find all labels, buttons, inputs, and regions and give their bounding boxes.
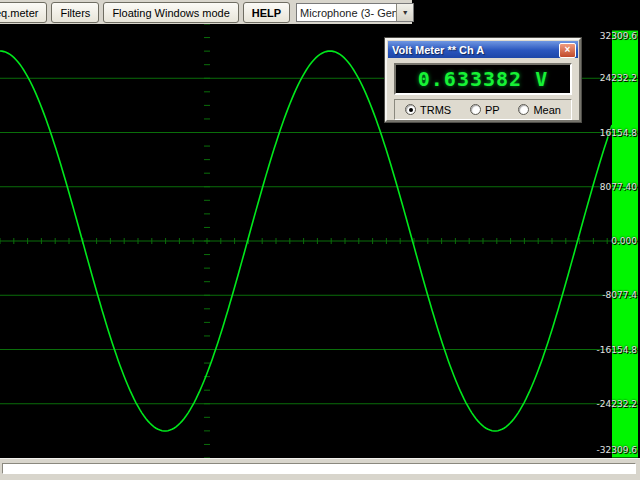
input-device-dropdown[interactable]: Microphone (3- Gen ▼ [296, 3, 414, 22]
volt-meter-mode-group: TRMS PP Mean [394, 99, 572, 120]
floating-windows-mode-button[interactable]: Floating Windows mode [103, 2, 238, 23]
close-icon[interactable]: × [559, 43, 576, 58]
level-meter-bar [612, 30, 638, 458]
status-strip [0, 458, 640, 480]
help-button[interactable]: HELP [243, 2, 290, 23]
status-strip-panel [2, 463, 636, 474]
toolbar: eq.meter Filters Floating Windows mode H… [0, 0, 412, 26]
freq-meter-button[interactable]: eq.meter [0, 2, 47, 23]
level-bar-tick [612, 241, 638, 242]
app-window: eq.meter Filters Floating Windows mode H… [0, 0, 640, 480]
level-bar-tick [612, 295, 638, 296]
volt-meter-display: 0.633382 V [394, 63, 572, 95]
radio-pp-label: PP [485, 104, 500, 116]
volt-meter-titlebar[interactable]: Volt Meter ** Ch A × [388, 41, 578, 58]
level-bar-tick [612, 404, 638, 405]
radio-trms[interactable]: TRMS [405, 104, 451, 116]
radio-trms-label: TRMS [420, 104, 451, 116]
radio-circle-icon [518, 104, 529, 115]
radio-pp[interactable]: PP [470, 104, 500, 116]
input-device-value: Microphone (3- Gen [297, 7, 396, 19]
volt-meter-title: Volt Meter ** Ch A [388, 44, 484, 56]
level-bar-tick [612, 78, 638, 79]
radio-circle-icon [405, 104, 416, 115]
radio-mean-label: Mean [533, 104, 561, 116]
radio-mean[interactable]: Mean [518, 104, 561, 116]
filters-button[interactable]: Filters [51, 2, 99, 23]
chevron-down-icon[interactable]: ▼ [396, 4, 413, 21]
level-bar-tick [612, 187, 638, 188]
volt-meter-reading: 0.633382 V [418, 67, 548, 91]
level-bar-tick [612, 350, 638, 351]
level-bar-tick [612, 133, 638, 134]
volt-meter-window: Volt Meter ** Ch A × 0.633382 V TRMS PP … [385, 38, 581, 122]
radio-circle-icon [470, 104, 481, 115]
level-bar-tick [612, 30, 638, 31]
